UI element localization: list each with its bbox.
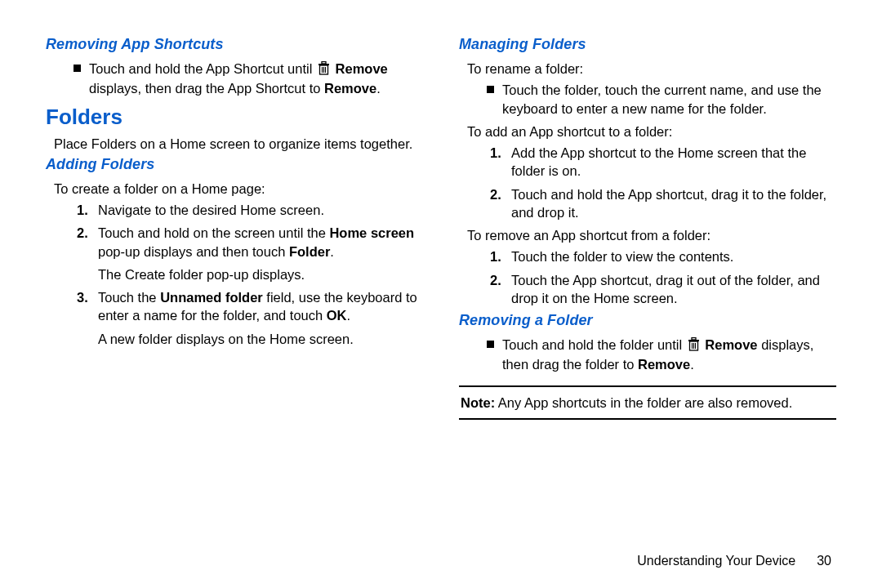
bullet-remove-shortcut: Touch and hold the App Shortcut until Re… (46, 60, 423, 98)
step-text: Add the App shortcut to the Home screen … (511, 145, 806, 178)
heading-folders: Folders (46, 105, 423, 130)
bullet-rename-folder: Touch the folder, touch the current name… (459, 81, 836, 118)
bold-remove: Remove (638, 357, 690, 372)
step-item: Navigate to the desired Home screen. (77, 201, 423, 219)
heading-managing-folders: Managing Folders (459, 36, 836, 53)
right-column: Managing Folders To rename a folder: Tou… (459, 36, 836, 521)
text: Touch and hold the folder until (502, 337, 686, 352)
bold-remove: Remove (336, 61, 388, 76)
bold-folder: Folder (289, 244, 330, 259)
step-item: Touch the folder to view the contents. (490, 247, 836, 265)
step-text: Navigate to the desired Home screen. (98, 203, 324, 217)
bold-home-screen: Home screen (329, 225, 414, 240)
bullet-remove-folder: Touch and hold the folder until Remove d… (459, 336, 836, 374)
remove-shortcut-intro: To remove an App shortcut from a folder: (459, 226, 836, 244)
step-item: Touch and hold on the screen until the H… (77, 224, 423, 283)
adding-folders-steps: Navigate to the desired Home screen. Tou… (46, 201, 423, 348)
step-subline: The Create folder pop-up displays. (98, 265, 423, 283)
text: . (690, 357, 694, 372)
step-text: pop-up displays and then touch (98, 244, 289, 259)
svg-rect-1 (322, 62, 326, 65)
bold-ok: OK (327, 308, 347, 323)
trash-icon (688, 337, 700, 355)
step-item: Touch the Unnamed folder field, use the … (77, 288, 423, 348)
bullet-text: Touch and hold the App Shortcut until Re… (89, 60, 388, 98)
step-text: Touch the App shortcut, drag it out of t… (511, 273, 820, 305)
bold-unnamed-folder: Unnamed folder (160, 290, 263, 305)
square-bullet-icon (487, 86, 494, 93)
folders-intro: Place Folders on a Home screen to organi… (46, 135, 423, 153)
step-item: Touch and hold the App shortcut, drag it… (490, 185, 836, 222)
add-shortcut-steps: Add the App shortcut to the Home screen … (459, 144, 836, 221)
adding-intro: To create a folder on a Home page: (46, 180, 423, 198)
step-text: Touch and hold on the screen until the (98, 225, 329, 240)
step-text: . (347, 308, 351, 323)
step-item: Add the App shortcut to the Home screen … (490, 144, 836, 180)
svg-rect-7 (692, 338, 696, 341)
text: displays, then drag the App Shortcut to (89, 81, 324, 96)
footer-page-number: 30 (817, 554, 831, 568)
step-text: Touch the (98, 290, 160, 305)
step-item: Touch the App shortcut, drag it out of t… (490, 271, 836, 308)
heading-adding-folders: Adding Folders (46, 156, 423, 173)
page-footer: Understanding Your Device 30 (46, 521, 836, 568)
manual-page: Removing App Shortcuts Touch and hold th… (0, 0, 882, 588)
bullet-text: Touch and hold the folder until Remove d… (502, 336, 836, 374)
step-text: Touch and hold the App shortcut, drag it… (511, 187, 826, 220)
remove-shortcut-steps: Touch the folder to view the contents. T… (459, 247, 836, 307)
footer-section-title: Understanding Your Device (637, 554, 795, 568)
text: Touch and hold the App Shortcut until (89, 61, 316, 76)
trash-icon (318, 61, 330, 79)
bullet-text: Touch the folder, touch the current name… (502, 81, 836, 118)
step-text: Touch the folder to view the contents. (511, 249, 733, 264)
add-shortcut-intro: To add an App shortcut to a folder: (459, 122, 836, 140)
step-subline: A new folder displays on the Home screen… (98, 330, 423, 348)
note-text: Any App shortcuts in the folder are also… (495, 395, 792, 410)
two-column-layout: Removing App Shortcuts Touch and hold th… (46, 36, 836, 521)
step-text: . (330, 244, 334, 259)
heading-removing-app-shortcuts: Removing App Shortcuts (46, 36, 423, 53)
square-bullet-icon (74, 65, 81, 72)
left-column: Removing App Shortcuts Touch and hold th… (46, 36, 423, 521)
bold-remove: Remove (705, 337, 757, 352)
bold-remove: Remove (324, 81, 376, 96)
note-callout: Note: Any App shortcuts in the folder ar… (459, 385, 836, 420)
note-label: Note: (461, 395, 495, 410)
rename-intro: To rename a folder: (459, 60, 836, 78)
square-bullet-icon (487, 341, 494, 348)
text: . (376, 81, 381, 96)
heading-removing-a-folder: Removing a Folder (459, 312, 836, 329)
